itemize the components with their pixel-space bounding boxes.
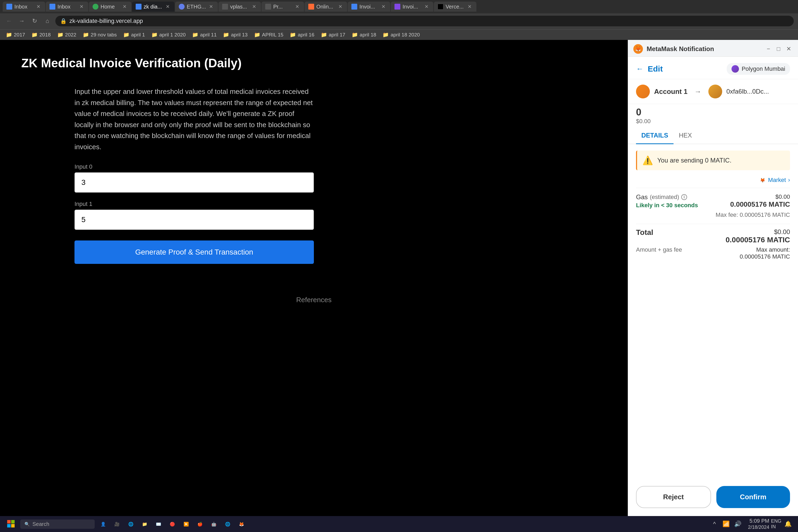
taskbar-search-box[interactable]: 🔍 Search bbox=[20, 519, 95, 529]
metamask-gas-section: Gas (estimated) i Likely in < 30 seconds… bbox=[636, 188, 790, 218]
taskbar-app-youtube[interactable]: ▶️ bbox=[181, 518, 191, 530]
svg-text:🦊: 🦊 bbox=[635, 46, 641, 52]
tab-close-gmail-2[interactable]: ✕ bbox=[78, 3, 84, 10]
folder-icon-april1-2020: 📁 bbox=[151, 32, 158, 38]
market-link[interactable]: Market › bbox=[768, 177, 790, 184]
tab-close-home[interactable]: ✕ bbox=[121, 3, 128, 10]
taskbar-app-chrome[interactable]: 🌐 bbox=[222, 518, 233, 530]
address-bar[interactable]: 🔒 zk-validate-billing.vercel.app bbox=[55, 16, 794, 26]
taskbar-app-explorer[interactable]: 📁 bbox=[139, 518, 150, 530]
bookmark-april17[interactable]: 📁 april 17 bbox=[318, 31, 348, 39]
tab-gmail-1[interactable]: Inbox ✕ bbox=[3, 2, 45, 12]
metamask-close-button[interactable]: ✕ bbox=[785, 45, 793, 53]
taskbar-wifi-icon[interactable]: 📶 bbox=[721, 519, 731, 529]
tab-favicon-gmail-2 bbox=[50, 4, 55, 10]
edge-icon: 🌐 bbox=[128, 521, 134, 527]
tab-close-invoice1[interactable]: ✕ bbox=[380, 3, 386, 10]
polygon-network-icon bbox=[732, 65, 739, 73]
references-section: References bbox=[21, 296, 607, 304]
tab-favicon-online bbox=[308, 4, 314, 10]
bookmark-april16[interactable]: 📁 april 16 bbox=[287, 31, 317, 39]
taskbar-app-red[interactable]: 🔴 bbox=[167, 518, 178, 530]
bookmark-april18-2020[interactable]: 📁 april 18 2020 bbox=[380, 31, 422, 39]
tab-invoice1[interactable]: Invoi... ✕ bbox=[348, 2, 390, 12]
taskbar-app-edge[interactable]: 🌐 bbox=[126, 518, 136, 530]
warning-text: You are sending 0 MATIC. bbox=[657, 157, 732, 164]
metamask-tabs: DETAILS HEX bbox=[628, 128, 798, 144]
taskbar-clock[interactable]: 5:09 PM 2/18/2024 bbox=[748, 517, 769, 530]
bookmark-april18[interactable]: 📁 april 18 bbox=[349, 31, 379, 39]
metamask-maximize-button[interactable]: □ bbox=[775, 45, 783, 53]
bookmark-april11[interactable]: 📁 april 11 bbox=[189, 31, 219, 39]
tab-close-invoice2[interactable]: ✕ bbox=[423, 3, 430, 10]
tab-vplas[interactable]: vplas... ✕ bbox=[218, 2, 261, 12]
taskbar-language-icon[interactable]: ENG IN bbox=[772, 519, 781, 529]
bookmark-2022[interactable]: 📁 2022 bbox=[55, 31, 79, 39]
tab-invoice2[interactable]: Invoi... ✕ bbox=[391, 2, 433, 12]
tab-gmail-2[interactable]: Inbox ✕ bbox=[46, 2, 88, 12]
bookmark-2018[interactable]: 📁 2018 bbox=[29, 31, 53, 39]
taskbar-app-apple[interactable]: 🍎 bbox=[195, 518, 205, 530]
folder-icon-april15: 📁 bbox=[254, 32, 261, 38]
back-button[interactable]: ← bbox=[4, 16, 14, 26]
gas-usd: $0.00 bbox=[730, 193, 790, 200]
generate-proof-button[interactable]: Generate Proof & Send Transaction bbox=[75, 241, 314, 264]
taskbar-app-video[interactable]: 🎥 bbox=[112, 518, 122, 530]
bookmark-label-april13: april 13 bbox=[231, 32, 247, 38]
taskbar-app-person[interactable]: 👤 bbox=[98, 518, 109, 530]
tab-home[interactable]: Home ✕ bbox=[89, 2, 131, 12]
gas-info-icon[interactable]: i bbox=[681, 194, 687, 200]
tab-zkdia[interactable]: zk dia... ✕ bbox=[132, 2, 174, 12]
folder-icon-april13: 📁 bbox=[223, 32, 229, 38]
tab-details[interactable]: DETAILS bbox=[636, 128, 673, 144]
arrow-right-icon: → bbox=[695, 88, 701, 96]
home-button[interactable]: ⌂ bbox=[42, 16, 52, 26]
input1-field[interactable] bbox=[75, 210, 314, 230]
tab-close-vercel[interactable]: ✕ bbox=[467, 3, 473, 10]
svg-rect-4 bbox=[7, 524, 11, 528]
amount-gas-row: Amount + gas fee Max amount: 0.00005176 … bbox=[636, 246, 790, 260]
tab-close-ethg[interactable]: ✕ bbox=[208, 3, 214, 10]
metamask-network-badge[interactable]: Polygon Mumbai bbox=[727, 63, 790, 75]
tab-ethg[interactable]: ETHG... ✕ bbox=[175, 2, 218, 12]
bookmark-april1[interactable]: 📁 april 1 bbox=[120, 31, 148, 39]
bookmark-april1-2020[interactable]: 📁 april 1 2020 bbox=[149, 31, 188, 39]
taskbar-app-mail[interactable]: ✉️ bbox=[153, 518, 164, 530]
tab-hex[interactable]: HEX bbox=[673, 128, 697, 144]
windows-start-button[interactable] bbox=[5, 518, 17, 530]
tab-close-zkdia[interactable]: ✕ bbox=[165, 3, 171, 10]
taskbar-app-reddit[interactable]: 🤖 bbox=[209, 518, 219, 530]
folder-icon-2018: 📁 bbox=[32, 32, 38, 38]
webpage: ZK Medical Invoice Verification (Daily) … bbox=[0, 40, 628, 516]
search-icon: 🔍 bbox=[24, 521, 30, 527]
input0-field[interactable] bbox=[75, 172, 314, 193]
tab-close-gmail-1[interactable]: ✕ bbox=[35, 3, 41, 10]
confirm-button[interactable]: Confirm bbox=[716, 486, 790, 508]
tab-pr[interactable]: Pr... ✕ bbox=[262, 2, 304, 12]
bookmark-2017[interactable]: 📁 2017 bbox=[3, 31, 28, 39]
taskbar-app-metamask[interactable]: 🦊 bbox=[236, 518, 247, 530]
browser-chrome: Inbox ✕ Inbox ✕ Home ✕ zk dia... ✕ ETHG.… bbox=[0, 0, 798, 29]
metamask-edit-label[interactable]: Edit bbox=[648, 64, 663, 73]
reload-button[interactable]: ↻ bbox=[30, 16, 39, 26]
gas-estimated-text: (estimated) bbox=[650, 194, 679, 201]
metamask-back-button[interactable]: ← bbox=[636, 65, 643, 73]
tab-online[interactable]: Onlin... ✕ bbox=[305, 2, 347, 12]
tab-close-pr[interactable]: ✕ bbox=[294, 3, 300, 10]
tab-close-vplas[interactable]: ✕ bbox=[251, 3, 257, 10]
taskbar-chevron-icon[interactable]: ^ bbox=[710, 519, 719, 529]
tab-close-online[interactable]: ✕ bbox=[337, 3, 343, 10]
bookmark-label-2018: 2018 bbox=[39, 32, 51, 38]
taskbar-volume-icon[interactable]: 🔊 bbox=[733, 519, 743, 529]
forward-button[interactable]: → bbox=[17, 16, 26, 26]
references-label: References bbox=[296, 296, 332, 304]
bookmark-april13[interactable]: 📁 april 13 bbox=[220, 31, 250, 39]
bookmark-april15[interactable]: 📁 APRIL 15 bbox=[251, 31, 286, 39]
tab-favicon-home bbox=[93, 4, 98, 10]
metamask-minimize-button[interactable]: − bbox=[764, 45, 773, 53]
svg-rect-5 bbox=[11, 524, 15, 528]
tab-vercel[interactable]: Verce... ✕ bbox=[434, 2, 476, 12]
bookmark-29nov[interactable]: 📁 29 nov tabs bbox=[80, 31, 119, 39]
taskbar-notification-bell[interactable]: 🔔 bbox=[783, 519, 793, 529]
reject-button[interactable]: Reject bbox=[636, 486, 711, 508]
